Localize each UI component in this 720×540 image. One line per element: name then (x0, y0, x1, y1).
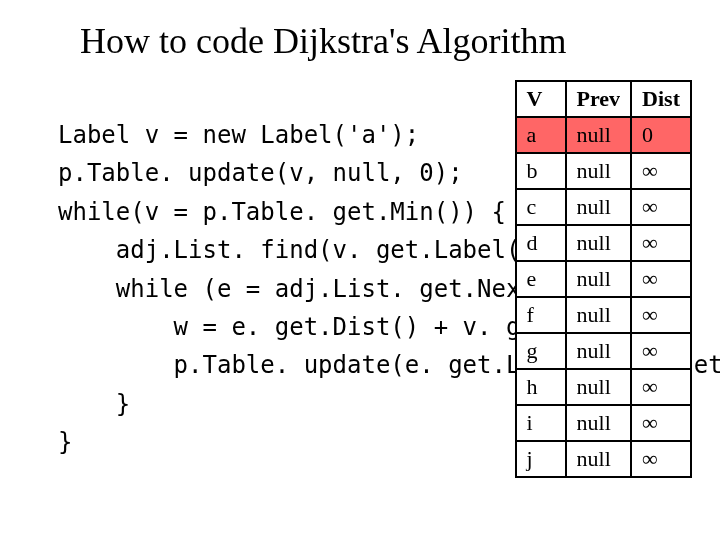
cell-v: g (516, 333, 566, 369)
table-row: fnull∞ (516, 297, 691, 333)
cell-prev: null (566, 333, 632, 369)
col-header-dist: Dist (631, 81, 691, 117)
cell-prev: null (566, 153, 632, 189)
col-header-prev: Prev (566, 81, 632, 117)
cell-dist: ∞ (631, 225, 691, 261)
cell-dist: ∞ (631, 189, 691, 225)
table-row: dnull∞ (516, 225, 691, 261)
cell-v: a (516, 117, 566, 153)
table-row: enull∞ (516, 261, 691, 297)
table-row: hnull∞ (516, 369, 691, 405)
col-header-v: V (516, 81, 566, 117)
cell-dist: 0 (631, 117, 691, 153)
cell-prev: null (566, 261, 632, 297)
cell-v: d (516, 225, 566, 261)
cell-dist: ∞ (631, 153, 691, 189)
cell-v: b (516, 153, 566, 189)
cell-dist: ∞ (631, 441, 691, 477)
cell-v: i (516, 405, 566, 441)
cell-dist: ∞ (631, 297, 691, 333)
cell-dist: ∞ (631, 405, 691, 441)
table-row: anull0 (516, 117, 691, 153)
cell-dist: ∞ (631, 261, 691, 297)
table-row: gnull∞ (516, 333, 691, 369)
cell-prev: null (566, 405, 632, 441)
cell-v: h (516, 369, 566, 405)
cell-prev: null (566, 369, 632, 405)
slide-title: How to code Dijkstra's Algorithm (0, 20, 720, 62)
dijkstra-table: V Prev Dist anull0bnull∞cnull∞dnull∞enul… (515, 80, 692, 478)
cell-v: e (516, 261, 566, 297)
table-row: jnull∞ (516, 441, 691, 477)
cell-prev: null (566, 441, 632, 477)
cell-prev: null (566, 297, 632, 333)
cell-prev: null (566, 117, 632, 153)
cell-dist: ∞ (631, 333, 691, 369)
cell-v: c (516, 189, 566, 225)
table-header-row: V Prev Dist (516, 81, 691, 117)
cell-v: j (516, 441, 566, 477)
table-row: inull∞ (516, 405, 691, 441)
cell-prev: null (566, 225, 632, 261)
table-row: cnull∞ (516, 189, 691, 225)
cell-dist: ∞ (631, 369, 691, 405)
cell-v: f (516, 297, 566, 333)
cell-prev: null (566, 189, 632, 225)
table-row: bnull∞ (516, 153, 691, 189)
